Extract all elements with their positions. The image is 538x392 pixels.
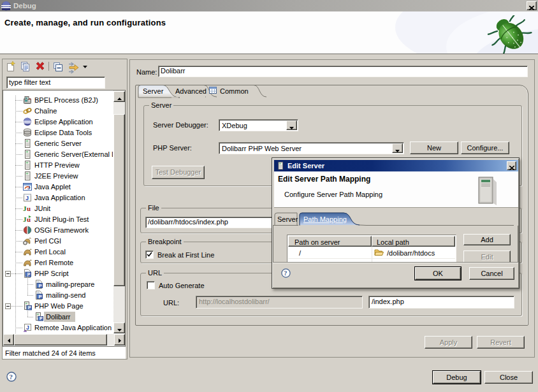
svg-text:?: ? [10, 373, 13, 381]
svg-text:Advanced: Advanced [175, 87, 207, 95]
svg-text:J: J [25, 195, 29, 201]
svg-text:Server: Server [277, 215, 298, 223]
svg-text:P: P [40, 316, 43, 321]
svg-text:Common: Common [220, 87, 249, 95]
svg-text:Path Mapping: Path Mapping [303, 215, 347, 223]
svg-text:P: P [39, 283, 42, 289]
svg-text:J: J [27, 185, 30, 191]
svg-text:Server: Server [143, 87, 164, 95]
svg-text:?: ? [284, 270, 287, 277]
svg-text:P: P [28, 305, 31, 310]
svg-text:u: u [27, 205, 31, 212]
svg-text:J: J [26, 324, 29, 331]
svg-text:P: P [39, 294, 42, 300]
